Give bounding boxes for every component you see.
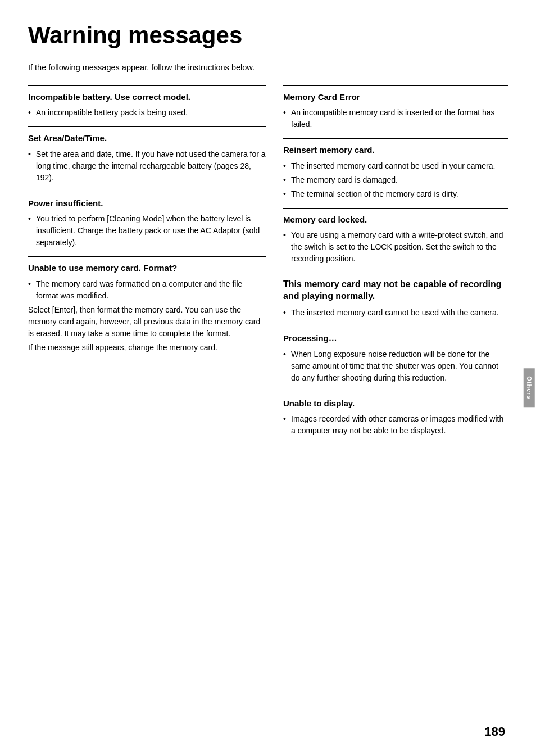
bullet-list-incompatible-battery: An incompatible battery pack is being us… bbox=[28, 107, 266, 119]
bullet-list-power-insufficient: You tried to perform [Cleaning Mode] whe… bbox=[28, 213, 266, 248]
bullet-list-memory-card-error: An incompatible memory card is inserted … bbox=[283, 107, 508, 130]
list-item: You are using a memory card with a write… bbox=[283, 229, 508, 265]
list-item: An incompatible battery pack is being us… bbox=[28, 107, 266, 119]
section-title-memory-card-may-not: This memory card may not be capable of r… bbox=[283, 279, 508, 302]
section-processing: Processing…When Long exposure noise redu… bbox=[283, 327, 508, 384]
section-memory-card-locked: Memory card locked.You are using a memor… bbox=[283, 208, 508, 265]
section-title-incompatible-battery: Incompatible battery. Use correct model. bbox=[28, 92, 266, 103]
list-item: The terminal section of the memory card … bbox=[283, 188, 508, 200]
bullet-list-unable-to-use-memory-card: The memory card was formatted on a compu… bbox=[28, 278, 266, 302]
bullet-list-memory-card-locked: You are using a memory card with a write… bbox=[283, 229, 508, 265]
bullet-list-set-area-date-time: Set the area and date, time. If you have… bbox=[28, 148, 266, 184]
section-title-memory-card-error: Memory Card Error bbox=[283, 92, 508, 103]
section-incompatible-battery: Incompatible battery. Use correct model.… bbox=[28, 85, 266, 119]
section-title-unable-to-use-memory-card: Unable to use memory card. Format? bbox=[28, 262, 266, 274]
list-item: When Long exposure noise reduction will … bbox=[283, 348, 508, 384]
section-title-unable-to-display: Unable to display. bbox=[283, 398, 508, 409]
section-unable-to-use-memory-card: Unable to use memory card. Format?The me… bbox=[28, 256, 266, 354]
list-item: The inserted memory card cannot be used … bbox=[283, 160, 508, 172]
continuation-text: If the message still appears, change the… bbox=[28, 342, 266, 354]
page-title: Warning messages bbox=[28, 22, 508, 48]
page-number: 189 bbox=[484, 725, 505, 739]
section-power-insufficient: Power insufficient.You tried to perform … bbox=[28, 192, 266, 249]
intro-text: If the following messages appear, follow… bbox=[28, 62, 270, 74]
left-column: Incompatible battery. Use correct model.… bbox=[28, 85, 266, 445]
list-item: The inserted memory card cannot be used … bbox=[283, 307, 508, 319]
bullet-list-reinsert-memory-card: The inserted memory card cannot be used … bbox=[283, 160, 508, 200]
list-item: You tried to perform [Cleaning Mode] whe… bbox=[28, 213, 266, 248]
section-title-power-insufficient: Power insufficient. bbox=[28, 198, 266, 209]
page: Warning messages If the following messag… bbox=[0, 0, 536, 756]
bullet-list-memory-card-may-not: The inserted memory card cannot be used … bbox=[283, 307, 508, 319]
section-title-memory-card-locked: Memory card locked. bbox=[283, 214, 508, 225]
list-item: Images recorded with other cameras or im… bbox=[283, 413, 508, 437]
continuation-text: Select [Enter], then format the memory c… bbox=[28, 304, 266, 339]
list-item: The memory card is damaged. bbox=[283, 174, 508, 186]
section-reinsert-memory-card: Reinsert memory card.The inserted memory… bbox=[283, 138, 508, 200]
bullet-list-unable-to-display: Images recorded with other cameras or im… bbox=[283, 413, 508, 437]
section-title-set-area-date-time: Set Area/Date/Time. bbox=[28, 133, 266, 144]
others-tab: Others bbox=[523, 368, 534, 407]
list-item: An incompatible memory card is inserted … bbox=[283, 107, 508, 130]
section-unable-to-display: Unable to display.Images recorded with o… bbox=[283, 392, 508, 437]
list-item: The memory card was formatted on a compu… bbox=[28, 278, 266, 302]
section-memory-card-error: Memory Card ErrorAn incompatible memory … bbox=[283, 85, 508, 131]
list-item: Set the area and date, time. If you have… bbox=[28, 148, 266, 184]
two-column-layout: Incompatible battery. Use correct model.… bbox=[28, 85, 508, 445]
section-title-reinsert-memory-card: Reinsert memory card. bbox=[283, 144, 508, 156]
section-title-processing: Processing… bbox=[283, 333, 508, 344]
section-memory-card-may-not: This memory card may not be capable of r… bbox=[283, 273, 508, 319]
right-column: Memory Card ErrorAn incompatible memory … bbox=[283, 85, 508, 445]
section-set-area-date-time: Set Area/Date/Time.Set the area and date… bbox=[28, 126, 266, 184]
bullet-list-processing: When Long exposure noise reduction will … bbox=[283, 348, 508, 384]
